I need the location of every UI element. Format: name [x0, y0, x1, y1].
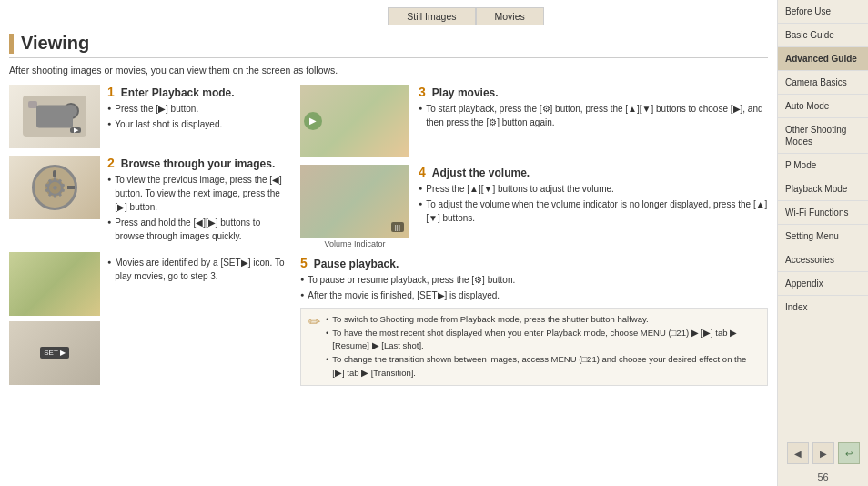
step-1-body: Press the [▶] button. Your last shot is … [107, 102, 291, 131]
movie-note: Movies are identified by a [SET▶] icon. … [107, 256, 291, 283]
sidebar-item-p-mode[interactable]: P Mode [778, 154, 868, 177]
step-3-block: ▶ 3 Play movies. To start playback, pres… [300, 85, 768, 157]
notes-icon: ✏ [308, 311, 320, 380]
set-image: SET▶ [9, 321, 100, 385]
subtitle-text: After shooting images or movies, you can… [9, 64, 768, 77]
step-4-bullet-1: Press the [▲][▼] buttons to adjust the v… [419, 182, 768, 196]
step-2-title: Browse through your images. [121, 157, 275, 170]
sidebar-item-basic-guide[interactable]: Basic Guide [778, 24, 868, 47]
nav-prev-button[interactable]: ◀ [787, 442, 809, 464]
step-1-header: 1 Enter Playback mode. [107, 85, 291, 99]
photo-3-row: Movies are identified by a [SET▶] icon. … [9, 252, 291, 316]
step-5-header: 5 Pause playback. [300, 256, 768, 270]
note-2: To have the most recent shot displayed w… [326, 327, 760, 353]
sidebar: Before Use Basic Guide Advanced Guide Ca… [777, 0, 868, 486]
tab-movies[interactable]: Movies [476, 7, 544, 25]
step-4-block: ||| Volume Indicator 4 Adjust the volume… [300, 165, 768, 248]
step-3-content: 3 Play movies. To start playback, press … [419, 85, 768, 131]
step-3-num: 3 [419, 85, 426, 99]
sidebar-spacer [778, 319, 868, 435]
nav-return-button[interactable]: ↩ [838, 442, 860, 464]
step-4-body: Press the [▲][▼] buttons to adjust the v… [419, 182, 768, 225]
set-image-row: SET▶ [9, 321, 291, 385]
tab-still-images[interactable]: Still Images [388, 7, 475, 25]
step-2-bullet-1: To view the previous image, press the [◀… [107, 173, 291, 214]
step-5-bullet-1: To pause or resume playback, press the [… [300, 273, 768, 287]
step-3-photo: ▶ [300, 85, 409, 157]
step-5-num: 5 [300, 256, 308, 270]
step-4-title: Adjust the volume. [432, 167, 530, 179]
page-title: Viewing [21, 33, 89, 54]
step-2-header: 2 Browse through your images. [107, 156, 291, 170]
step-3-title: Play movies. [432, 86, 499, 99]
step-3-header: 3 Play movies. [419, 85, 768, 99]
title-bar [9, 34, 14, 54]
note-1: To switch to Shooting mode from Playback… [326, 313, 760, 326]
main-content: Still Images Movies Viewing After shooti… [0, 0, 777, 486]
left-column: ▶ 1 Enter Playback mode. Press the [▶] b… [9, 85, 291, 386]
sidebar-item-before-use[interactable]: Before Use [778, 0, 868, 24]
step-1-image: ▶ [9, 85, 100, 148]
sidebar-item-index[interactable]: Index [778, 296, 868, 319]
step-4-photo-wrap: ||| Volume Indicator [300, 165, 409, 248]
step-1-content: 1 Enter Playback mode. Press the [▶] but… [107, 85, 291, 133]
sidebar-item-wifi[interactable]: Wi-Fi Functions [778, 201, 868, 225]
step-2-num: 2 [107, 156, 115, 170]
tabs-row: Still Images Movies [164, 7, 768, 25]
step-2-section: 2 Browse through your images. To view th… [9, 156, 291, 245]
step-4-header: 4 Adjust the volume. [419, 165, 768, 179]
step-3-body: To start playback, press the [⚙] button,… [419, 102, 768, 129]
step-2-content: 2 Browse through your images. To view th… [107, 156, 291, 245]
step-1-num: 1 [107, 85, 115, 99]
sidebar-item-setting-menu[interactable]: Setting Menu [778, 225, 868, 248]
notes-text: To switch to Shooting mode from Playback… [326, 313, 760, 380]
step-4-num: 4 [419, 165, 426, 179]
page-title-row: Viewing [9, 33, 768, 58]
step-5-bullet-2: After the movie is finished, [SET▶] is d… [300, 289, 768, 302]
sidebar-item-playback[interactable]: Playback Mode [778, 177, 868, 201]
step-5-body: To pause or resume playback, press the [… [300, 273, 768, 302]
sidebar-item-camera-basics[interactable]: Camera Basics [778, 71, 868, 95]
step-1-title: Enter Playback mode. [121, 86, 235, 99]
step-5-title: Pause playback. [314, 258, 399, 270]
sidebar-nav: ◀ ▶ ↩ [778, 435, 868, 471]
step-2-image [9, 156, 100, 219]
step-1-bullet-1: Press the [▶] button. [107, 102, 291, 116]
sidebar-item-appendix[interactable]: Appendix [778, 272, 868, 296]
notes-box: ✏ To switch to Shooting mode from Playba… [300, 308, 768, 386]
step-4-bullet-2: To adjust the volume when the volume ind… [419, 197, 768, 225]
sidebar-item-accessories[interactable]: Accessories [778, 248, 868, 272]
sidebar-item-other-modes[interactable]: Other Shooting Modes [778, 118, 868, 154]
step-1-section: ▶ 1 Enter Playback mode. Press the [▶] b… [9, 85, 291, 148]
step-2-body: To view the previous image, press the [◀… [107, 173, 291, 243]
step-4-content: 4 Adjust the volume. Press the [▲][▼] bu… [419, 165, 768, 227]
note-3: To change the transition shown between i… [326, 353, 760, 380]
two-col-layout: ▶ 1 Enter Playback mode. Press the [▶] b… [9, 85, 768, 386]
sidebar-item-advanced-guide[interactable]: Advanced Guide [778, 47, 868, 71]
step-1-bullet-2: Your last shot is displayed. [107, 117, 291, 131]
page-number: 56 [778, 471, 868, 486]
step-3-image [9, 252, 100, 316]
step-2-bullet-2: Press and hold the [◀][▶] buttons to bro… [107, 216, 291, 243]
step-4-photo: ||| [300, 165, 409, 238]
step-5-block: 5 Pause playback. To pause or resume pla… [300, 256, 768, 302]
movie-note-content: Movies are identified by a [SET▶] icon. … [107, 252, 291, 283]
sidebar-item-auto-mode[interactable]: Auto Mode [778, 95, 868, 118]
right-column: ▶ 3 Play movies. To start playback, pres… [300, 85, 768, 386]
step-3-bullet-1: To start playback, press the [⚙] button,… [419, 102, 768, 129]
volume-caption: Volume Indicator [324, 239, 385, 248]
nav-next-button[interactable]: ▶ [812, 442, 834, 464]
